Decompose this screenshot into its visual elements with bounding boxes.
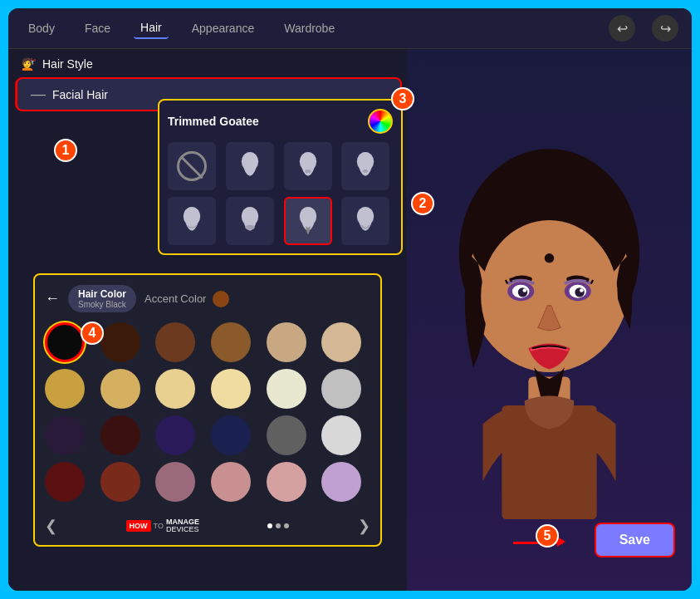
svg-point-2 [305,169,311,173]
svg-rect-4 [363,169,368,173]
left-panel: 💇 Hair Style — Facial Hair 1 Trimmed Goa… [8,49,407,591]
annotation-badge-1: 1 [54,139,77,162]
accent-color-area: Accent Color [144,291,229,307]
color-medium-brown[interactable] [155,322,195,362]
color-rose[interactable] [211,462,251,502]
svg-point-1 [299,152,316,171]
hair-color-pill[interactable]: Hair Color Smoky Black [68,285,136,312]
color-navy[interactable] [211,415,251,455]
color-warm-brown[interactable] [211,322,251,362]
color-medium-gray[interactable] [267,415,306,455]
color-golden[interactable] [45,369,85,409]
color-panel-bottom: ❮ HOW TO MANAGE DEVICES ❯ [45,510,370,535]
hair-icon: 💇 [22,57,36,71]
logo-how: HOW [126,520,151,532]
tab-hair[interactable]: Hair [134,17,169,39]
hair-option-5[interactable] [226,197,274,245]
page-dot-3 [284,523,289,528]
svg-point-21 [575,287,584,297]
color-mauve[interactable] [155,462,195,502]
hair-style-grid [168,142,393,245]
svg-point-7 [245,225,255,230]
dash-icon: — [31,86,46,103]
goatee-title: Trimmed Goatee [168,115,259,128]
facial-hair-label: Facial Hair [52,88,108,101]
svg-point-5 [184,207,200,226]
page-dot-2 [276,523,281,528]
page-dot-1 [267,523,272,528]
hair-color-sublabel: Smoky Black [78,300,126,309]
svg-point-3 [357,152,374,171]
color-dark-brown[interactable] [100,322,140,362]
redo-button[interactable]: ↪ [652,15,678,42]
logo-area: HOW TO MANAGE DEVICES [126,518,199,533]
avatar-display [407,49,692,591]
save-arrowhead [557,537,565,547]
save-arrow-line [513,542,563,544]
back-arrow-button[interactable]: ← [45,290,60,307]
tab-face[interactable]: Face [78,18,117,38]
color-light-silver[interactable] [321,415,361,455]
goatee-panel: Trimmed Goatee 3 [158,99,403,255]
color-tan[interactable] [267,322,306,362]
tab-appearance[interactable]: Appearance [185,18,262,38]
app-container: Body Face Hair Appearance Wardrobe ↩ ↪ 💇… [8,8,692,591]
color-light-blonde[interactable] [211,369,251,409]
logo-to: TO [154,522,164,530]
hair-option-4[interactable] [168,197,216,245]
color-pink-beige[interactable] [267,462,306,502]
hair-style-label: Hair Style [42,57,93,71]
color-light-tan[interactable] [321,322,361,362]
goatee-panel-header: Trimmed Goatee [168,109,393,134]
svg-point-9 [357,207,374,226]
svg-point-15 [545,253,554,263]
color-wheel-button[interactable] [368,109,393,134]
color-indigo[interactable] [155,415,195,455]
tab-body[interactable]: Body [22,18,61,38]
next-page-button[interactable]: ❯ [358,517,370,535]
main-content: 💇 Hair Style — Facial Hair 1 Trimmed Goa… [8,49,692,591]
page-dots [267,523,289,528]
color-lavender[interactable] [321,462,361,502]
color-dark-purple[interactable] [45,415,85,455]
color-panel: ← Hair Color Smoky Black Accent Color [33,273,382,547]
top-nav: Body Face Hair Appearance Wardrobe ↩ ↪ [8,8,692,49]
hair-option-none[interactable] [168,142,216,190]
hair-option-2[interactable] [284,142,332,190]
hair-color-label: Hair Color [78,288,126,300]
color-smoky-black[interactable] [45,322,85,362]
svg-point-20 [518,287,527,297]
svg-point-8 [299,207,316,226]
accent-color-label: Accent Color [144,292,206,305]
svg-point-0 [242,152,258,171]
hair-style-header: 💇 Hair Style [8,49,407,79]
logo-devices: DEVICES [166,526,199,533]
hair-option-1[interactable] [226,142,274,190]
right-panel: Save 5 [407,49,692,591]
color-dark-maroon[interactable] [100,415,140,455]
svg-point-23 [580,288,584,292]
color-dark-red[interactable] [45,462,85,502]
hair-option-6-selected[interactable] [284,197,332,245]
save-button[interactable]: Save [595,523,675,557]
color-auburn[interactable] [100,462,140,502]
accent-color-dot[interactable] [213,291,229,307]
hair-option-3[interactable] [341,142,389,190]
color-blonde[interactable] [155,369,195,409]
svg-point-22 [522,288,526,292]
color-grid [45,322,370,502]
color-platinum[interactable] [267,369,306,409]
tab-wardrobe[interactable]: Wardrobe [277,18,341,38]
svg-point-6 [242,207,258,226]
color-silver[interactable] [321,369,361,409]
hair-option-7[interactable] [341,197,389,245]
color-panel-header: ← Hair Color Smoky Black Accent Color [45,285,370,312]
prev-page-button[interactable]: ❮ [45,517,57,535]
undo-button[interactable]: ↩ [609,15,635,42]
color-light-golden[interactable] [100,369,140,409]
